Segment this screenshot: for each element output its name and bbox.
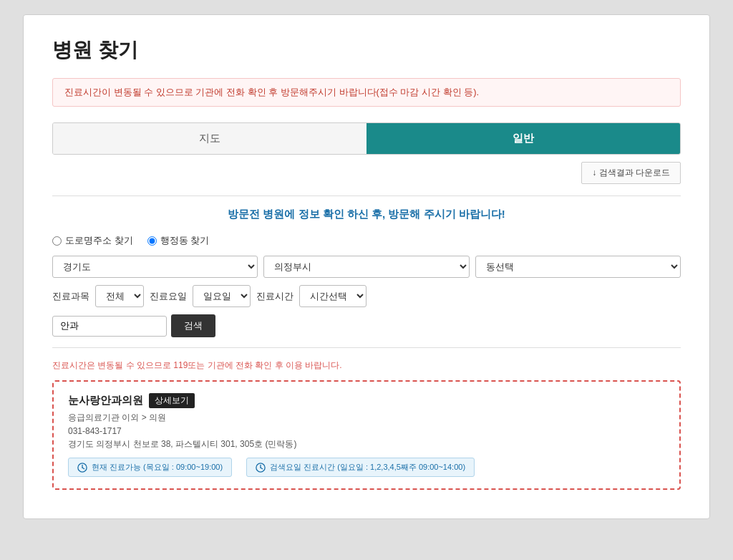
tab-row: 지도 일반 — [52, 122, 681, 155]
radio-dong[interactable]: 행정동 찾기 — [147, 234, 210, 247]
subject-filter-row: 진료과목 전체 진료요일 일요일 진료시간 시간선택 — [52, 285, 681, 307]
radio-dong-input[interactable] — [147, 236, 157, 246]
search-hours-text: 검색요일 진료시간 (일요일 : 1,2,3,4,5째주 09:00~14:00… — [270, 462, 465, 473]
time-select[interactable]: 시간선택 — [299, 285, 366, 307]
search-hours-badge: 검색요일 진료시간 (일요일 : 1,2,3,4,5째주 09:00~14:00… — [246, 458, 475, 477]
region-filter-row: 경기도 의정부시 동선택 — [52, 256, 681, 278]
notice-box: 진료시간이 변동될 수 있으므로 기관에 전화 확인 후 방문해주시기 바랍니다… — [52, 78, 681, 107]
divider2 — [52, 347, 681, 348]
svg-line-2 — [82, 468, 84, 469]
day-select[interactable]: 일요일 — [193, 285, 251, 307]
radio-address[interactable]: 도로명주소 찾기 — [52, 234, 133, 247]
day-label: 진료요일 — [150, 290, 187, 303]
subject-label: 진료과목 — [52, 290, 89, 303]
radio-address-input[interactable] — [52, 236, 62, 246]
page-title: 병원 찾기 — [52, 37, 681, 64]
region3-select[interactable]: 동선택 — [475, 256, 681, 278]
time-label: 진료시간 — [256, 290, 293, 303]
radio-row: 도로명주소 찾기 행정동 찾기 — [52, 234, 681, 247]
tab-map[interactable]: 지도 — [53, 123, 366, 154]
radio-dong-label: 행정동 찾기 — [160, 234, 210, 247]
search-input[interactable] — [52, 316, 167, 337]
hospital-address: 경기도 의정부시 천보로 38, 파스텔시티 301, 305호 (민락동) — [68, 438, 665, 450]
download-button[interactable]: ↓ 검색결과 다운로드 — [581, 162, 681, 184]
current-hours-badge: 현재 진료가능 (목요일 : 09:00~19:00) — [68, 458, 232, 477]
divider — [52, 195, 681, 196]
page-container: 병원 찾기 진료시간이 변동될 수 있으므로 기관에 전화 확인 후 방문해주시… — [23, 14, 710, 519]
region2-select[interactable]: 의정부시 — [263, 256, 469, 278]
search-button[interactable]: 검색 — [171, 314, 215, 337]
clock-icon-current — [77, 463, 87, 473]
hospital-name-row: 눈사랑안과의원 상세보기 — [68, 393, 665, 408]
clock-icon-search — [256, 463, 266, 473]
hospital-phone: 031-843-1717 — [68, 426, 665, 436]
result-card: 눈사랑안과의원 상세보기 응급의료기관 이외 > 의원 031-843-1717… — [52, 380, 681, 490]
region1-select[interactable]: 경기도 — [52, 256, 258, 278]
hours-row: 현재 진료가능 (목요일 : 09:00~19:00) 검색요일 진료시간 (일… — [68, 458, 665, 477]
hospital-type: 응급의료기관 이외 > 의원 — [68, 412, 665, 424]
search-row: 검색 — [52, 314, 681, 337]
section-notice: 방문전 병원에 정보 확인 하신 후, 방문해 주시기 바랍니다! — [52, 208, 681, 221]
svg-line-5 — [261, 468, 263, 469]
download-row: ↓ 검색결과 다운로드 — [52, 162, 681, 184]
tab-general[interactable]: 일반 — [366, 123, 680, 154]
subject-select[interactable]: 전체 — [95, 285, 144, 307]
hospital-name: 눈사랑안과의원 — [68, 394, 143, 407]
detail-button[interactable]: 상세보기 — [149, 393, 195, 408]
radio-address-label: 도로명주소 찾기 — [65, 234, 133, 247]
current-hours-text: 현재 진료가능 (목요일 : 09:00~19:00) — [92, 462, 223, 473]
result-notice: 진료시간은 변동될 수 있으므로 119또는 기관에 전화 확인 후 이용 바랍… — [52, 359, 681, 372]
